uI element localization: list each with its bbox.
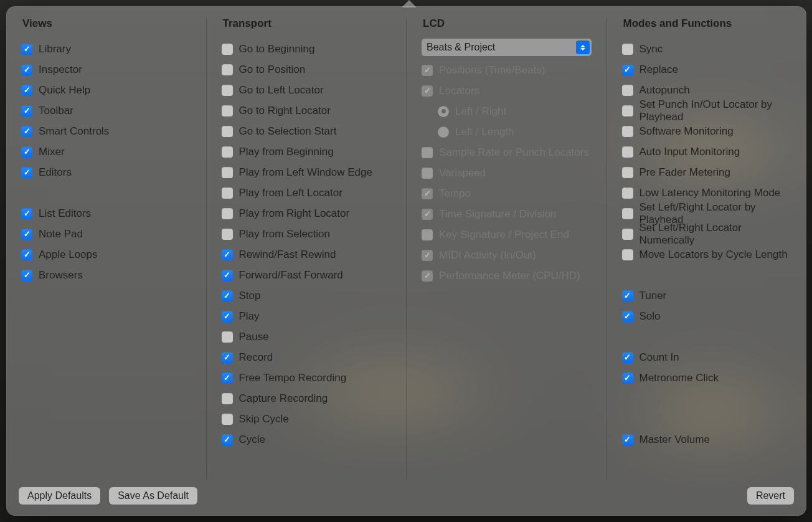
option-label: Software Monitoring [640,125,734,138]
option-label: Positions (Time/Beats) [439,64,545,77]
save-as-default-button[interactable]: Save As Default [109,487,197,505]
option-label: Mixer [39,146,65,158]
option-label: Play from Left Locator [239,187,342,199]
checkbox-play-from-beginning[interactable] [222,146,233,158]
checkbox-record[interactable] [222,352,233,363]
checkbox-note-pad[interactable] [21,229,32,240]
checkbox-sync[interactable] [622,44,633,55]
option-label: Note Pad [39,228,83,240]
option-row-play: Play [222,306,392,326]
option-row-mixer: Mixer [21,141,191,162]
option-row-play-from-left-window-edge: Play from Left Window Edge [222,162,392,183]
checkbox-go-to-beginning[interactable] [222,44,233,55]
option-row-left-length: Left / Length [422,121,592,142]
checkbox-tuner[interactable] [622,290,633,301]
checkbox-autopunch[interactable] [622,85,633,96]
option-label: Play from Right Locator [239,207,350,220]
option-row-editors: Editors [21,162,191,183]
apply-defaults-button[interactable]: Apply Defaults [19,487,100,505]
checkbox-pre-fader-metering[interactable] [622,167,633,178]
option-label: MIDI Activity (In/Out) [439,249,536,262]
revert-button[interactable]: Revert [747,487,794,505]
checkbox-solo[interactable] [622,311,633,322]
lcd-mode-select[interactable]: Beats & Project [422,39,592,56]
checkbox-free-tempo-recording[interactable] [222,373,233,384]
option-label: Tuner [640,290,667,302]
checkbox-library[interactable] [21,44,32,55]
option-label: Master Volume [640,434,710,446]
checkbox-play-from-selection[interactable] [222,229,233,240]
radio-left-length [438,126,449,138]
checkbox-browsers[interactable] [21,270,32,281]
checkbox-mixer[interactable] [21,146,32,158]
modes-heading: Modes and Functions [622,17,792,30]
option-row-tuner: Tuner [622,285,792,306]
checkbox-performance-meter-cpu-hd [422,270,433,282]
checkbox-pause[interactable] [222,331,233,343]
option-row-autopunch: Autopunch [622,80,792,100]
checkbox-set-punch-in-out-locator-by-playhead[interactable] [622,105,633,116]
checkbox-set-left-right-locator-numerically[interactable] [622,229,633,240]
option-row-varispeed: Varispeed [422,163,592,183]
checkbox-set-left-right-locator-by-playhead[interactable] [622,208,633,219]
checkbox-inspector[interactable] [21,64,32,75]
checkbox-play-from-left-locator[interactable] [222,187,233,199]
option-label: Go to Position [239,64,306,76]
option-row-smart-controls: Smart Controls [21,121,191,141]
footer: Apply Defaults Save As Default Revert [6,480,806,516]
option-row-cycle: Cycle [222,429,392,450]
transport-heading: Transport [222,17,392,30]
checkbox-toolbar[interactable] [21,105,32,116]
checkbox-quick-help[interactable] [21,85,32,96]
option-label: Go to Selection Start [239,125,337,138]
checkbox-time-signature-division [422,209,433,220]
checkbox-go-to-position[interactable] [222,64,233,75]
option-row-record: Record [222,347,392,368]
checkbox-play-from-right-locator[interactable] [222,208,233,219]
option-row-tempo: Tempo [422,183,592,204]
option-row-stop: Stop [222,285,392,306]
checkbox-rewind-fast-rewind[interactable] [222,249,233,260]
checkbox-play-from-left-window-edge[interactable] [222,167,233,178]
checkbox-go-to-left-locator[interactable] [222,85,233,96]
checkbox-auto-input-monitoring[interactable] [622,146,633,158]
checkbox-stop[interactable] [222,290,233,301]
checkbox-forward-fast-forward[interactable] [222,270,233,281]
option-row-move-locators-by-cycle-length: Move Locators by Cycle Length [622,244,792,265]
option-label: Inspector [39,64,82,76]
option-row-forward-fast-forward: Forward/Fast Forward [222,265,392,285]
checkbox-smart-controls[interactable] [21,126,32,137]
option-row-low-latency-monitoring-mode: Low Latency Monitoring Mode [622,183,792,203]
checkbox-cycle[interactable] [222,434,233,445]
checkbox-move-locators-by-cycle-length[interactable] [622,249,633,260]
checkbox-positions-time-beats [422,65,433,76]
checkbox-skip-cycle[interactable] [222,414,233,425]
checkbox-metronome-click[interactable] [622,373,633,384]
checkbox-low-latency-monitoring-mode[interactable] [622,187,633,199]
option-label: Performance Meter (CPU/HD) [439,270,580,282]
views-heading: Views [21,17,191,30]
option-label: Sample Rate or Punch Locators [439,146,589,159]
option-row-set-left-right-locator-numerically: Set Left/Right Locator Numerically [622,224,792,244]
option-row-pre-fader-metering: Pre Fader Metering [622,162,792,183]
option-label: Left / Right [455,105,506,118]
checkbox-editors[interactable] [21,167,32,178]
option-row-quick-help: Quick Help [21,80,191,100]
checkbox-master-volume[interactable] [622,434,633,445]
checkbox-go-to-right-locator[interactable] [222,105,233,116]
checkbox-go-to-selection-start[interactable] [222,126,233,137]
checkbox-software-monitoring[interactable] [622,126,633,137]
option-label: Auto Input Monitoring [640,146,740,158]
option-row-master-volume: Master Volume [622,429,792,450]
checkbox-apple-loops[interactable] [21,249,32,260]
option-label: Pre Fader Metering [640,166,730,179]
option-label: Smart Controls [39,125,109,138]
option-row-go-to-right-locator: Go to Right Locator [222,100,392,121]
option-row-play-from-selection: Play from Selection [222,224,392,244]
checkbox-replace[interactable] [622,64,633,75]
checkbox-list-editors[interactable] [21,208,32,219]
option-label: Rewind/Fast Rewind [239,249,336,261]
checkbox-play[interactable] [222,311,233,322]
checkbox-count-in[interactable] [622,352,633,363]
checkbox-capture-recording[interactable] [222,393,233,404]
